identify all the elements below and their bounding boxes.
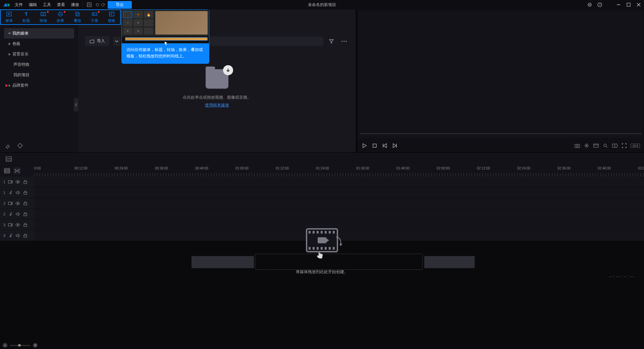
media-drop-zone[interactable]: 在此处单击或拖放视频、图像或音频。 使用样本媒体 bbox=[183, 69, 251, 108]
sidebar-item-bgm[interactable]: 背景音乐 bbox=[4, 49, 74, 59]
visibility-icon[interactable] bbox=[15, 222, 20, 227]
undo-icon[interactable] bbox=[94, 2, 100, 8]
track-lane[interactable] bbox=[34, 177, 644, 187]
ruler-mark: 01:48:00 bbox=[396, 166, 410, 170]
minimize-icon[interactable] bbox=[616, 2, 621, 7]
svg-marker-57 bbox=[11, 181, 12, 183]
track-video: 1 bbox=[0, 177, 644, 187]
export-button[interactable]: 导出 bbox=[108, 1, 132, 9]
help-icon[interactable]: ? bbox=[597, 2, 602, 7]
tab-media[interactable]: 媒体 bbox=[1, 10, 18, 24]
snapshot-icon[interactable] bbox=[574, 143, 580, 149]
sample-media-link[interactable]: 使用样本媒体 bbox=[183, 102, 251, 108]
track-lane[interactable] bbox=[34, 198, 644, 208]
tab-overlay[interactable]: 叠加 bbox=[69, 10, 86, 24]
track-number: 1 bbox=[3, 191, 5, 195]
preview-viewport[interactable] bbox=[358, 11, 642, 138]
zoom-in-button[interactable]: + bbox=[33, 343, 38, 348]
svg-point-6 bbox=[588, 3, 591, 6]
tab-subtitle[interactable]: 字幕 bbox=[86, 10, 103, 24]
track-header[interactable]: 3 bbox=[0, 230, 34, 241]
svg-point-71 bbox=[17, 224, 18, 226]
menu-file[interactable]: 文件 bbox=[15, 2, 23, 8]
timeline-hint-text: 将媒体拖放到此处开始创建。 bbox=[296, 269, 348, 275]
video-track-icon bbox=[8, 180, 13, 184]
import-button[interactable]: 导入 bbox=[85, 36, 110, 46]
tag-icon[interactable] bbox=[17, 142, 24, 150]
track-header[interactable]: 1 bbox=[0, 177, 34, 187]
tab-effect[interactable]: 效果 bbox=[52, 10, 69, 24]
app-logo bbox=[3, 2, 11, 7]
layout-icon[interactable] bbox=[86, 2, 92, 8]
mute-icon[interactable] bbox=[15, 212, 20, 216]
svg-rect-44 bbox=[594, 144, 598, 147]
lock-icon[interactable] bbox=[23, 190, 28, 195]
sidebar-item-my-project[interactable]: 我的项目 bbox=[4, 70, 74, 80]
stop-icon[interactable] bbox=[372, 143, 378, 149]
play-icon[interactable] bbox=[362, 143, 368, 149]
svg-rect-2 bbox=[9, 4, 9, 6]
aspect-ratio-badge[interactable]: 16:9 bbox=[631, 144, 640, 148]
maximize-icon[interactable] bbox=[626, 2, 631, 7]
fullscreen-icon[interactable] bbox=[621, 143, 627, 149]
sidebar-item-colorboard[interactable]: 色板 bbox=[4, 39, 74, 49]
visibility-icon[interactable] bbox=[15, 180, 20, 184]
menu-tools[interactable]: 工具 bbox=[43, 2, 51, 8]
sidebar-item-sfx[interactable]: 声音特效 bbox=[4, 59, 74, 70]
track-lane[interactable] bbox=[34, 209, 644, 219]
menu-play[interactable]: 播放 bbox=[71, 2, 79, 8]
timeline-drop-target[interactable] bbox=[255, 254, 423, 270]
visibility-icon[interactable] bbox=[15, 201, 20, 206]
compare-icon[interactable] bbox=[612, 143, 618, 149]
lock-icon[interactable] bbox=[23, 212, 28, 216]
menu-view[interactable]: 查看 bbox=[57, 2, 65, 8]
track-header[interactable]: 2 bbox=[0, 209, 34, 219]
zoom-icon[interactable] bbox=[602, 143, 608, 149]
eraser-icon[interactable] bbox=[5, 142, 12, 150]
sidebar-item-brand-kit[interactable]: 品牌套件 bbox=[4, 80, 74, 91]
track-header[interactable]: 3 bbox=[0, 219, 34, 230]
display-icon[interactable] bbox=[593, 143, 599, 149]
track-number: 2 bbox=[3, 212, 5, 216]
zoom-slider[interactable] bbox=[10, 345, 30, 346]
filter-icon[interactable] bbox=[327, 37, 336, 46]
svg-rect-22 bbox=[76, 13, 79, 16]
track-lane[interactable] bbox=[34, 187, 644, 198]
close-icon[interactable] bbox=[636, 2, 641, 7]
timeline-ruler: 0:0000:12:0000:24:0000:36:0000:48:0001:0… bbox=[0, 165, 644, 177]
lock-icon[interactable] bbox=[23, 222, 28, 227]
svg-point-65 bbox=[17, 203, 18, 204]
more-icon[interactable] bbox=[339, 37, 349, 46]
ruler-mark: 01:12:00 bbox=[276, 166, 289, 170]
quality-icon[interactable] bbox=[584, 143, 590, 149]
track-lane[interactable] bbox=[34, 219, 644, 230]
prev-frame-icon[interactable] bbox=[382, 143, 388, 149]
mute-icon[interactable] bbox=[15, 233, 20, 238]
track-view-icon[interactable] bbox=[3, 167, 11, 174]
magnet-icon[interactable] bbox=[13, 167, 21, 174]
next-frame-icon[interactable] bbox=[392, 143, 398, 149]
track-header[interactable]: 2 bbox=[0, 198, 34, 208]
lock-icon[interactable] bbox=[23, 233, 28, 238]
tab-template[interactable]: 模板 bbox=[103, 10, 120, 24]
timeline-view-icon[interactable] bbox=[5, 155, 13, 163]
settings-icon[interactable] bbox=[587, 2, 592, 7]
track-number: 2 bbox=[3, 201, 5, 205]
menu-edit[interactable]: 编辑 bbox=[29, 2, 37, 8]
time-ruler[interactable]: 0:0000:12:0000:24:0000:36:0000:48:0001:0… bbox=[34, 165, 644, 177]
sidebar-item-my-media[interactable]: 我的媒体 bbox=[4, 28, 74, 39]
redo-icon[interactable] bbox=[100, 2, 106, 8]
collapse-sidebar-icon[interactable] bbox=[74, 98, 78, 111]
lock-icon[interactable] bbox=[23, 180, 28, 184]
track-lane[interactable] bbox=[34, 230, 644, 241]
preview-seek-slider[interactable] bbox=[360, 133, 641, 134]
import-dropdown[interactable] bbox=[113, 37, 120, 46]
tab-transition[interactable]: 转场 bbox=[35, 10, 52, 24]
lock-icon[interactable] bbox=[23, 201, 28, 206]
svg-point-29 bbox=[342, 41, 343, 42]
track-header[interactable]: 1 bbox=[0, 187, 34, 198]
track-video: 2 bbox=[0, 198, 644, 209]
zoom-out-button[interactable]: − bbox=[3, 343, 7, 348]
tab-title[interactable]: T标题 bbox=[18, 10, 35, 24]
mute-icon[interactable] bbox=[15, 190, 20, 195]
